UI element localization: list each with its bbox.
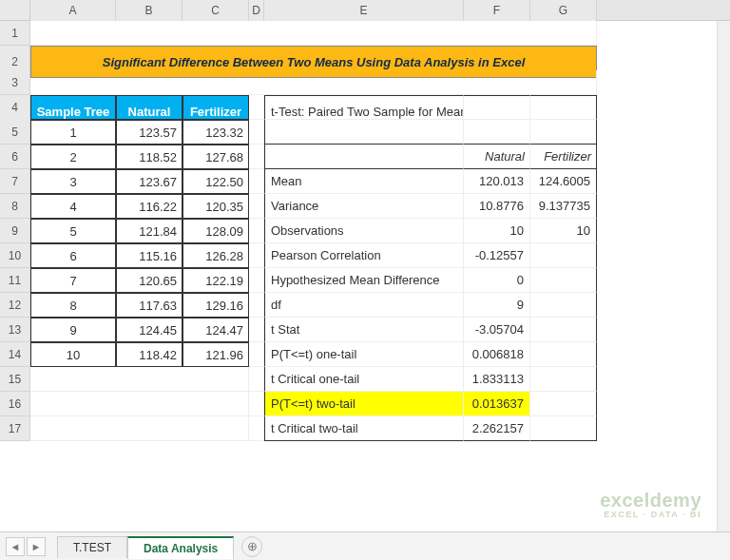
col-D[interactable]: D bbox=[249, 0, 264, 21]
cell-empty[interactable] bbox=[30, 21, 597, 46]
stats-label[interactable]: t Critical one-tail bbox=[264, 367, 464, 392]
data-cell[interactable]: 122.19 bbox=[182, 268, 249, 293]
stats-label[interactable]: Pearson Correlation bbox=[264, 243, 464, 268]
stats-value[interactable]: 10.8776 bbox=[464, 194, 530, 219]
data-cell[interactable]: 127.68 bbox=[182, 145, 249, 169]
corner-cell[interactable] bbox=[0, 0, 30, 21]
stats-value[interactable] bbox=[530, 416, 597, 441]
row-14[interactable]: 14 bbox=[0, 342, 30, 367]
row-7[interactable]: 7 bbox=[0, 169, 30, 194]
cell-empty[interactable] bbox=[249, 293, 264, 318]
row-11[interactable]: 11 bbox=[0, 268, 30, 293]
col-F[interactable]: F bbox=[464, 0, 530, 21]
stats-label[interactable]: Observations bbox=[264, 219, 464, 243]
cell-empty[interactable] bbox=[530, 95, 597, 120]
stats-label-highlight[interactable]: P(T<=t) two-tail bbox=[264, 392, 464, 416]
tab-data-analysis[interactable]: Data Analysis bbox=[127, 536, 234, 559]
data-cell[interactable]: 5 bbox=[30, 219, 116, 243]
cell-empty[interactable] bbox=[249, 120, 264, 145]
stats-label[interactable]: t Stat bbox=[264, 318, 464, 342]
data-cell[interactable]: 121.96 bbox=[182, 342, 249, 367]
stats-value[interactable]: 120.013 bbox=[464, 169, 530, 194]
col-G[interactable]: G bbox=[530, 0, 597, 21]
data-cell[interactable]: 9 bbox=[30, 318, 116, 342]
data-cell[interactable]: 4 bbox=[30, 194, 116, 219]
cell-empty[interactable] bbox=[249, 342, 264, 367]
cell-empty[interactable] bbox=[249, 145, 264, 169]
stats-value-highlight[interactable]: 0.013637 bbox=[464, 392, 530, 416]
stats-label[interactable]: t Critical two-tail bbox=[264, 416, 464, 441]
data-cell[interactable]: 122.50 bbox=[182, 169, 249, 194]
data-cell[interactable]: 118.42 bbox=[116, 342, 182, 367]
cell-empty[interactable] bbox=[30, 416, 249, 441]
row-15[interactable]: 15 bbox=[0, 367, 30, 392]
data-cell[interactable]: 1 bbox=[30, 120, 116, 145]
stats-value[interactable] bbox=[530, 367, 597, 392]
col-B[interactable]: B bbox=[116, 0, 182, 21]
data-cell[interactable]: 2 bbox=[30, 145, 116, 169]
row-1[interactable]: 1 bbox=[0, 21, 30, 46]
cell-empty[interactable] bbox=[530, 120, 597, 145]
add-sheet-icon[interactable]: ⊕ bbox=[241, 536, 262, 557]
cell-empty[interactable] bbox=[249, 219, 264, 243]
stats-value[interactable] bbox=[530, 243, 597, 268]
cell-empty[interactable] bbox=[249, 243, 264, 268]
cell-empty[interactable] bbox=[30, 392, 249, 416]
col-C[interactable]: C bbox=[182, 0, 249, 21]
tab-nav-next[interactable]: ► bbox=[27, 537, 46, 556]
stats-value[interactable] bbox=[530, 318, 597, 342]
stats-value[interactable] bbox=[530, 268, 597, 293]
data-cell[interactable]: 123.67 bbox=[116, 169, 182, 194]
cell-empty[interactable] bbox=[30, 70, 597, 95]
row-8[interactable]: 8 bbox=[0, 194, 30, 219]
cell-empty[interactable] bbox=[30, 367, 249, 392]
data-cell[interactable]: 7 bbox=[30, 268, 116, 293]
header-natural[interactable]: Natural bbox=[116, 95, 182, 120]
data-cell[interactable]: 8 bbox=[30, 293, 116, 318]
cell-empty[interactable] bbox=[249, 268, 264, 293]
data-cell[interactable]: 124.47 bbox=[182, 318, 249, 342]
data-cell[interactable]: 123.57 bbox=[116, 120, 182, 145]
stats-title[interactable]: t-Test: Paired Two Sample for Means bbox=[264, 95, 464, 120]
stats-value[interactable]: 0.006818 bbox=[464, 342, 530, 367]
row-5[interactable]: 5 bbox=[0, 120, 30, 145]
tab-nav-prev[interactable]: ◄ bbox=[6, 537, 25, 556]
data-cell[interactable]: 123.32 bbox=[182, 120, 249, 145]
stats-value[interactable]: 0 bbox=[464, 268, 530, 293]
col-E[interactable]: E bbox=[264, 0, 464, 21]
data-cell[interactable]: 120.65 bbox=[116, 268, 182, 293]
cell-empty[interactable] bbox=[249, 392, 264, 416]
cell-empty[interactable] bbox=[249, 318, 264, 342]
stats-value[interactable] bbox=[530, 392, 597, 416]
col-A[interactable]: A bbox=[30, 0, 116, 21]
stats-label[interactable]: df bbox=[264, 293, 464, 318]
row-13[interactable]: 13 bbox=[0, 318, 30, 342]
cell-empty[interactable] bbox=[264, 120, 464, 145]
cell-empty[interactable] bbox=[464, 95, 530, 120]
data-cell[interactable]: 10 bbox=[30, 342, 116, 367]
stats-value[interactable]: 124.6005 bbox=[530, 169, 597, 194]
row-6[interactable]: 6 bbox=[0, 145, 30, 169]
data-cell[interactable]: 121.84 bbox=[116, 219, 182, 243]
tab-ttest[interactable]: T.TEST bbox=[57, 536, 127, 558]
stats-label[interactable]: Variance bbox=[264, 194, 464, 219]
cell-empty[interactable] bbox=[264, 145, 464, 169]
cell-empty[interactable] bbox=[249, 169, 264, 194]
data-cell[interactable]: 116.22 bbox=[116, 194, 182, 219]
data-cell[interactable]: 128.09 bbox=[182, 219, 249, 243]
stats-value[interactable]: 10 bbox=[464, 219, 530, 243]
data-cell[interactable]: 120.35 bbox=[182, 194, 249, 219]
stats-col2[interactable]: Fertilizer bbox=[530, 145, 597, 169]
row-10[interactable]: 10 bbox=[0, 243, 30, 268]
stats-label[interactable]: P(T<=t) one-tail bbox=[264, 342, 464, 367]
stats-value[interactable]: -3.05704 bbox=[464, 318, 530, 342]
stats-value[interactable] bbox=[530, 293, 597, 318]
data-cell[interactable]: 129.16 bbox=[182, 293, 249, 318]
data-cell[interactable]: 3 bbox=[30, 169, 116, 194]
data-cell[interactable]: 118.52 bbox=[116, 145, 182, 169]
stats-value[interactable]: 2.262157 bbox=[464, 416, 530, 441]
row-3[interactable]: 3 bbox=[0, 70, 30, 95]
data-cell[interactable]: 115.16 bbox=[116, 243, 182, 268]
data-cell[interactable]: 117.63 bbox=[116, 293, 182, 318]
row-17[interactable]: 17 bbox=[0, 416, 30, 441]
